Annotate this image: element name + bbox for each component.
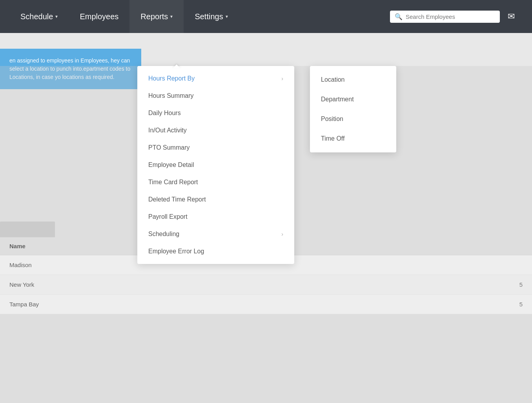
sub-dropdown-item-department[interactable]: Department [310, 90, 396, 109]
sub-dropdown-item-position[interactable]: Position [310, 109, 396, 129]
employee-detail-label: Employee Detail [148, 161, 194, 169]
dropdown-item-scheduling[interactable]: Scheduling › [137, 225, 294, 243]
nav-reports-label: Reports [140, 12, 168, 21]
nav-item-reports[interactable]: Reports ▾ [129, 0, 184, 33]
sub-dropdown-item-time-off[interactable]: Time Off [310, 129, 396, 148]
dropdown-item-inout-activity[interactable]: In/Out Activity [137, 122, 294, 139]
nav-settings-label: Settings [195, 12, 223, 21]
daily-hours-label: Daily Hours [148, 110, 181, 117]
search-box[interactable]: 🔍 [390, 11, 500, 23]
dropdown-item-payroll-export[interactable]: Payroll Export [137, 208, 294, 225]
location-label: Location [321, 76, 345, 83]
payroll-export-label: Payroll Export [148, 213, 188, 220]
dropdown-item-pto-summary[interactable]: PTO Summary [137, 139, 294, 156]
dropdown-item-employee-error-log[interactable]: Employee Error Log [137, 243, 294, 260]
time-card-report-label: Time Card Report [148, 179, 198, 186]
position-label: Position [321, 115, 343, 122]
dropdown-item-deleted-time-report[interactable]: Deleted Time Report [137, 191, 294, 208]
department-label: Department [321, 96, 354, 103]
employee-error-log-label: Employee Error Log [148, 248, 204, 255]
scheduling-label: Scheduling [148, 231, 179, 238]
dropdown-item-hours-report-by[interactable]: Hours Report By › [137, 70, 294, 87]
hours-report-by-label: Hours Report By [148, 75, 195, 82]
dropdown-item-daily-hours[interactable]: Daily Hours [137, 104, 294, 122]
dropdown-item-hours-summary[interactable]: Hours Summary [137, 87, 294, 104]
nav-employees-label: Employees [80, 12, 118, 21]
mail-button[interactable]: ✉ [500, 0, 523, 33]
nav-items: Schedule ▾ Employees Reports ▾ Settings … [9, 0, 239, 33]
navbar-right: 🔍 ✉ [390, 0, 523, 33]
reports-dropdown-menu: Hours Report By › Hours Summary Daily Ho… [137, 66, 294, 264]
dropdown-item-time-card-report[interactable]: Time Card Report [137, 174, 294, 191]
schedule-chevron-icon: ▾ [55, 14, 58, 19]
deleted-time-report-label: Deleted Time Report [148, 196, 206, 203]
nav-item-settings[interactable]: Settings ▾ [184, 0, 239, 33]
pto-summary-label: PTO Summary [148, 144, 190, 151]
nav-item-schedule[interactable]: Schedule ▾ [9, 0, 69, 33]
dropdown-arrow [173, 64, 180, 68]
reports-chevron-icon: ▾ [170, 14, 173, 19]
search-icon: 🔍 [395, 13, 403, 20]
time-off-label: Time Off [321, 135, 344, 142]
sub-dropdown-item-location[interactable]: Location [310, 70, 396, 90]
hours-report-by-chevron-icon: › [281, 75, 283, 82]
inout-activity-label: In/Out Activity [148, 127, 187, 134]
hours-report-by-submenu: Location Department Position Time Off [310, 66, 396, 152]
search-input[interactable] [406, 13, 495, 20]
dropdown-item-employee-detail[interactable]: Employee Detail [137, 156, 294, 174]
scheduling-chevron-icon: › [281, 231, 283, 237]
nav-schedule-label: Schedule [20, 12, 53, 21]
settings-chevron-icon: ▾ [226, 14, 228, 19]
hours-summary-label: Hours Summary [148, 92, 194, 99]
mail-icon: ✉ [508, 11, 515, 22]
main-content: en assigned to employees in Employees, h… [0, 33, 532, 403]
nav-item-employees[interactable]: Employees [69, 0, 129, 33]
navbar: Schedule ▾ Employees Reports ▾ Settings … [0, 0, 532, 33]
